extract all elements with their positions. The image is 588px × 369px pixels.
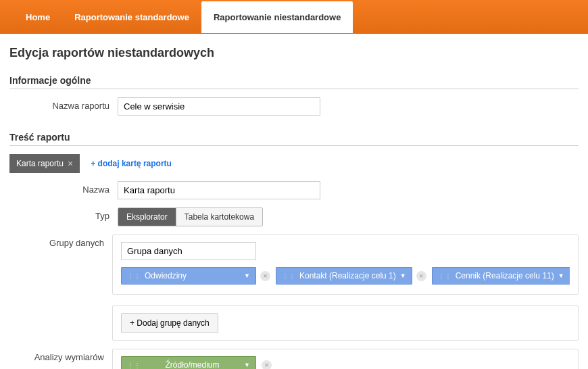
drag-handle-icon[interactable]: ⋮⋮: [127, 362, 141, 369]
label-dimension-analysis: Analizy wymiarów: [9, 349, 112, 362]
add-tab-link[interactable]: + dodaj kartę raportu: [91, 159, 172, 168]
report-name-input[interactable]: [118, 97, 320, 116]
drag-handle-icon[interactable]: ⋮⋮: [127, 272, 141, 280]
dimension-box: ⋮⋮ Źródło/medium ▼ × + dodaj wymiar: [112, 349, 579, 369]
chevron-down-icon: ▼: [244, 362, 250, 368]
dimension-label: Źródło/medium: [166, 360, 220, 369]
chevron-down-icon: ▼: [400, 272, 406, 279]
type-toggle: Eksplorator Tabela kartotekowa: [118, 207, 263, 226]
chevron-down-icon: ▼: [244, 272, 250, 279]
type-flat-button[interactable]: Tabela kartotekowa: [176, 208, 262, 226]
nav-custom-reporting[interactable]: Raportowanie niestandardowe: [201, 1, 353, 33]
remove-metric-button[interactable]: ×: [416, 271, 426, 281]
label-type: Typ: [9, 207, 118, 221]
report-tab[interactable]: Karta raportu ×: [9, 154, 80, 173]
nav-home[interactable]: Home: [14, 1, 62, 33]
section-general-heading: Informacje ogólne: [9, 75, 579, 89]
label-data-groups: Grupy danych: [9, 235, 112, 248]
add-group-wrap: + Dodaj grupę danych: [112, 305, 579, 341]
metric-label: Kontakt (Realizacje celu 1): [299, 271, 396, 280]
drag-handle-icon[interactable]: ⋮⋮: [282, 272, 295, 280]
tab-name-input[interactable]: [118, 181, 320, 199]
type-explorer-button[interactable]: Eksplorator: [118, 208, 176, 226]
label-report-name: Nazwa raportu: [9, 97, 118, 111]
metric-chip-visits[interactable]: ⋮⋮ Odwiedziny ▼: [121, 267, 256, 285]
report-tab-label: Karta raportu: [16, 159, 64, 168]
remove-dimension-button[interactable]: ×: [262, 360, 272, 370]
drag-handle-icon[interactable]: ⋮⋮: [438, 272, 451, 280]
remove-metric-button[interactable]: ×: [260, 271, 270, 281]
label-name: Nazwa: [9, 181, 118, 195]
top-nav: Home Raportowanie standardowe Raportowan…: [0, 0, 588, 34]
metric-chip-goal11[interactable]: ⋮⋮ Cennik (Realizacje celu 11) ▼: [432, 267, 570, 285]
close-icon[interactable]: ×: [68, 158, 73, 169]
chevron-down-icon: ▼: [558, 272, 564, 279]
metric-chip-goal1[interactable]: ⋮⋮ Kontakt (Realizacje celu 1) ▼: [276, 267, 412, 285]
metric-group-box: ⋮⋮ Odwiedziny ▼ × ⋮⋮ Kontakt (Realizacje…: [112, 235, 579, 295]
nav-standard-reporting[interactable]: Raportowanie standardowe: [62, 1, 201, 33]
dimension-chip-source-medium[interactable]: ⋮⋮ Źródło/medium ▼: [121, 356, 256, 369]
section-content-heading: Treść raportu: [9, 132, 579, 146]
metric-label: Odwiedziny: [145, 271, 187, 280]
metric-label: Cennik (Realizacje celu 11): [456, 271, 554, 280]
add-group-button[interactable]: + Dodaj grupę danych: [121, 313, 218, 333]
group-name-input[interactable]: [121, 242, 256, 260]
page-title: Edycja raportów niestandardowych: [9, 46, 579, 60]
